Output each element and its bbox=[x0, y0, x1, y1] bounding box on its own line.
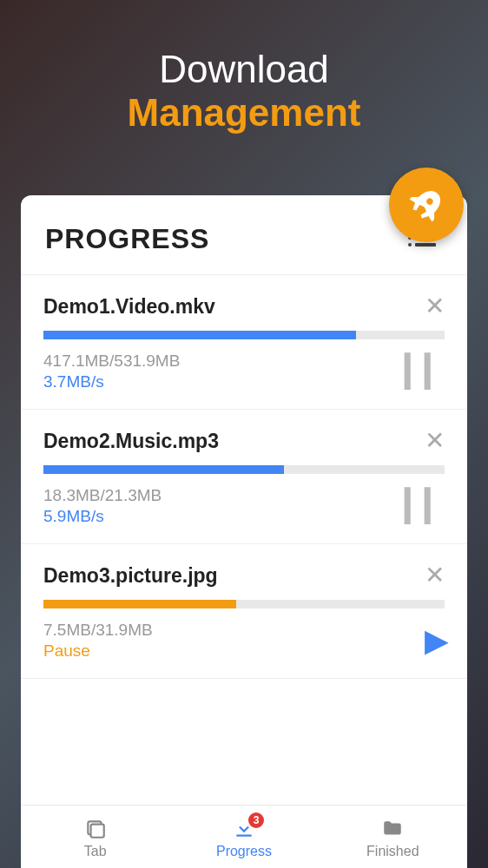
download-item: Demo3.picture.jpg ✕ 7.5MB/31.9MB Pause ▶ bbox=[21, 544, 467, 679]
filename: Demo3.picture.jpg bbox=[43, 564, 218, 588]
download-icon: 3 bbox=[233, 818, 255, 840]
svg-rect-1 bbox=[90, 825, 103, 838]
progress-badge: 3 bbox=[248, 812, 264, 828]
nav-label: Progress bbox=[216, 844, 272, 859]
progress-bar bbox=[43, 331, 445, 339]
progress-bar bbox=[43, 600, 445, 608]
nav-label: Finished bbox=[366, 844, 419, 859]
progress-fill bbox=[43, 600, 236, 608]
nav-label: Tab bbox=[84, 844, 107, 859]
downloads-list: Demo1.Video.mkv ✕ 417.1MB/531.9MB 3.7MB/… bbox=[21, 275, 467, 805]
boost-button[interactable] bbox=[389, 168, 464, 242]
status-text: Pause bbox=[43, 641, 153, 661]
speed-text: 3.7MB/s bbox=[43, 372, 180, 391]
progress-bar bbox=[43, 465, 445, 474]
size-text: 18.3MB/21.3MB bbox=[43, 486, 162, 505]
download-stats: 417.1MB/531.9MB 3.7MB/s bbox=[43, 352, 180, 391]
filename: Demo2.Music.mp3 bbox=[43, 430, 219, 453]
play-icon[interactable]: ▶ bbox=[425, 622, 445, 659]
download-stats: 18.3MB/21.3MB 5.9MB/s bbox=[43, 486, 162, 526]
speed-text: 5.9MB/s bbox=[43, 507, 162, 526]
size-text: 417.1MB/531.9MB bbox=[43, 352, 180, 371]
header-line1: Download bbox=[0, 48, 488, 91]
bottom-nav: Tab 3 Progress Finished bbox=[21, 805, 467, 868]
download-stats: 7.5MB/31.9MB Pause bbox=[43, 621, 153, 661]
close-icon[interactable]: ✕ bbox=[425, 294, 445, 319]
download-item: Demo2.Music.mp3 ✕ 18.3MB/21.3MB 5.9MB/s … bbox=[21, 410, 467, 544]
progress-card: PROGRESS Demo1.Video.mkv ✕ 417.1MB/531.9… bbox=[21, 195, 467, 868]
nav-finished[interactable]: Finished bbox=[319, 806, 467, 868]
progress-fill bbox=[43, 465, 284, 474]
card-title: PROGRESS bbox=[45, 223, 209, 255]
download-item: Demo1.Video.mkv ✕ 417.1MB/531.9MB 3.7MB/… bbox=[21, 275, 467, 410]
filename: Demo1.Video.mkv bbox=[43, 295, 215, 319]
pause-icon[interactable]: ▎▎ bbox=[405, 488, 445, 524]
progress-fill bbox=[43, 331, 356, 339]
close-icon[interactable]: ✕ bbox=[425, 429, 445, 453]
rocket-icon bbox=[407, 186, 445, 224]
folder-icon bbox=[381, 818, 404, 840]
nav-progress[interactable]: 3 Progress bbox=[169, 806, 318, 868]
promo-header: Download Management bbox=[0, 0, 488, 135]
nav-tab[interactable]: Tab bbox=[21, 806, 169, 868]
size-text: 7.5MB/31.9MB bbox=[43, 621, 153, 640]
tabs-icon bbox=[84, 818, 107, 840]
close-icon[interactable]: ✕ bbox=[425, 563, 445, 588]
pause-icon[interactable]: ▎▎ bbox=[405, 353, 445, 390]
header-line2: Management bbox=[0, 91, 488, 135]
